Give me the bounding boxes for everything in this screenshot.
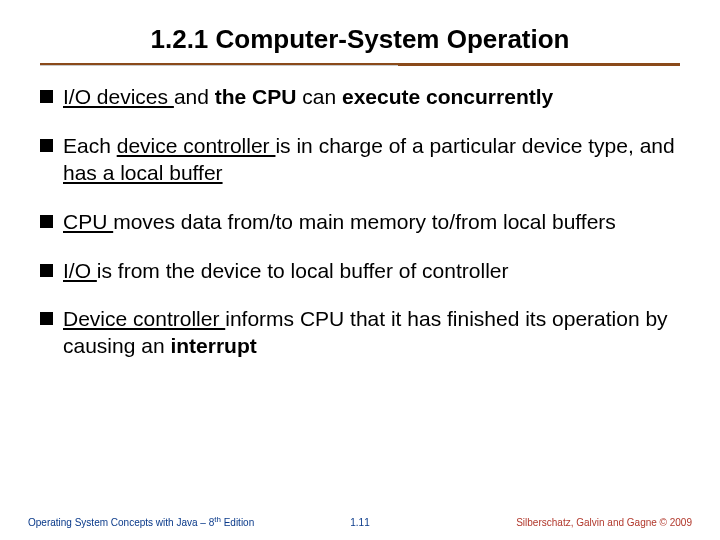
slide: 1.2.1 Computer-System Operation I/O devi… xyxy=(0,0,720,540)
footer-center: 1.11 xyxy=(350,517,369,528)
footer-left: Operating System Concepts with Java – 8t… xyxy=(28,515,254,528)
text-segment: the CPU xyxy=(209,85,302,108)
footer-left-suffix: Edition xyxy=(221,517,254,528)
bullet-square-icon xyxy=(40,264,53,277)
bullet-square-icon xyxy=(40,139,53,152)
text-segment: is in charge of a particular device type… xyxy=(275,134,674,157)
title-rule-shadow xyxy=(40,65,398,66)
text-segment: execute concurrently xyxy=(336,85,553,108)
bullet-text: I/O devices and the CPU can execute conc… xyxy=(63,84,680,111)
bullet-text: I/O is from the device to local buffer o… xyxy=(63,258,680,285)
bullet-item: I/O devices and the CPU can execute conc… xyxy=(40,84,680,111)
bullet-item: I/O is from the device to local buffer o… xyxy=(40,258,680,285)
bullet-text: CPU moves data from/to main memory to/fr… xyxy=(63,209,680,236)
bullet-square-icon xyxy=(40,312,53,325)
bullet-item: CPU moves data from/to main memory to/fr… xyxy=(40,209,680,236)
text-segment: I/O xyxy=(63,259,97,282)
text-segment: I/O devices xyxy=(63,85,174,108)
footer-right: Silberschatz, Galvin and Gagne © 2009 xyxy=(516,517,692,528)
bullet-square-icon xyxy=(40,90,53,103)
bullet-text: Device controller informs CPU that it ha… xyxy=(63,306,680,360)
text-segment: Device controller xyxy=(63,307,225,330)
text-segment: moves data from/to main memory to/from l… xyxy=(113,210,616,233)
bullet-square-icon xyxy=(40,215,53,228)
footer-left-sup: th xyxy=(214,515,221,524)
bullet-text: Each device controller is in charge of a… xyxy=(63,133,680,187)
footer-left-prefix: Operating System Concepts with Java – 8 xyxy=(28,517,214,528)
text-segment: has a local buffer xyxy=(63,161,223,184)
bullet-item: Device controller informs CPU that it ha… xyxy=(40,306,680,360)
text-segment: interrupt xyxy=(170,334,256,357)
text-segment: Each xyxy=(63,134,117,157)
slide-title: 1.2.1 Computer-System Operation xyxy=(40,24,680,61)
bullet-list: I/O devices and the CPU can execute conc… xyxy=(40,84,680,360)
bullet-item: Each device controller is in charge of a… xyxy=(40,133,680,187)
footer: Operating System Concepts with Java – 8t… xyxy=(0,515,720,528)
text-segment: is from the device to local buffer of co… xyxy=(97,259,509,282)
text-segment: can xyxy=(302,85,336,108)
text-segment: CPU xyxy=(63,210,113,233)
text-segment: device controller xyxy=(117,134,276,157)
text-segment: and xyxy=(174,85,209,108)
